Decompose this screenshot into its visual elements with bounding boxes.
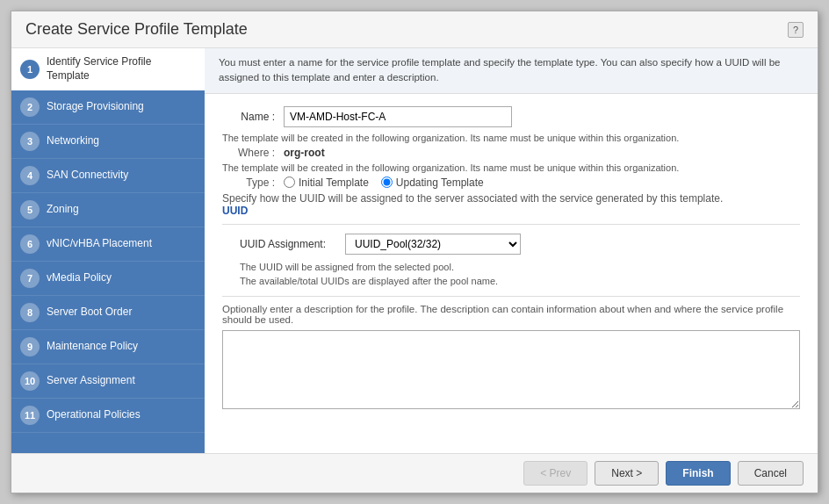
sidebar-label-11: Operational Policies — [47, 408, 141, 422]
step-num-8: 8 — [20, 303, 40, 322]
name-input[interactable] — [284, 106, 512, 127]
uuid-section-text: Specify how the UUID will be assigned to… — [222, 192, 723, 205]
sidebar-label-7: vMedia Policy — [47, 271, 112, 285]
step-num-6: 6 — [20, 234, 40, 254]
uuid-section-title: Specify how the UUID will be assigned to… — [222, 192, 800, 217]
step-num-7: 7 — [20, 269, 40, 288]
sidebar-item-identify[interactable]: 1 Identify Service Profile Template — [11, 48, 205, 90]
sidebar-item-networking[interactable]: 3 Networking — [11, 125, 205, 159]
sidebar-label-10: Server Assignment — [47, 374, 135, 388]
section-divider-2 — [222, 296, 800, 297]
sidebar-item-storage[interactable]: 2 Storage Provisioning — [11, 90, 205, 125]
where-label: Where : — [222, 147, 275, 159]
sidebar-item-vmedia[interactable]: 7 vMedia Policy — [11, 262, 205, 296]
sidebar-label-2: Storage Provisioning — [47, 100, 144, 114]
desc-hint: Optionally enter a description for the p… — [222, 304, 800, 325]
sidebar-label-6: vNIC/vHBA Placement — [47, 237, 152, 251]
sidebar-item-maintenance[interactable]: 9 Maintenance Policy — [11, 330, 205, 364]
sidebar-item-zoning[interactable]: 5 Zoning — [11, 193, 205, 227]
step-num-5: 5 — [20, 200, 40, 220]
where-row: Where : org-root — [222, 147, 800, 159]
sidebar-label-5: Zoning — [47, 203, 79, 217]
dialog-title: Create Service Profile Template — [25, 20, 248, 39]
radio-updating[interactable] — [381, 176, 393, 188]
sidebar-item-boot[interactable]: 8 Server Boot Order — [11, 296, 205, 330]
where-value: org-root — [284, 147, 325, 159]
sidebar-label-9: Maintenance Policy — [47, 340, 138, 354]
uuid-assignment-select[interactable]: UUID_Pool(32/32) — [345, 234, 521, 255]
sidebar-label-1: Identify Service Profile Template — [47, 55, 196, 83]
section-divider — [222, 224, 800, 225]
step-num-10: 10 — [20, 371, 40, 391]
dialog-header: Create Service Profile Template ? — [11, 11, 818, 48]
uuid-hint2: The available/total UUIDs are displayed … — [240, 276, 498, 286]
uuid-hint: The UUID will be assigned from the selec… — [240, 260, 800, 289]
radio-updating-label[interactable]: Updating Template — [381, 176, 484, 189]
next-button[interactable]: Next > — [595, 461, 659, 486]
radio-initial-text: Initial Template — [299, 176, 369, 189]
help-icon[interactable]: ? — [788, 22, 804, 38]
sidebar-label-8: Server Boot Order — [47, 306, 132, 320]
uuid-assignment-label: UUID Assignment: — [240, 238, 336, 250]
uuid-section-strong: UUID — [222, 205, 248, 217]
info-text: You must enter a name for the service pr… — [219, 57, 780, 83]
dialog-body: 1 Identify Service Profile Template 2 St… — [11, 48, 818, 453]
create-service-profile-dialog: Create Service Profile Template ? 1 Iden… — [11, 11, 818, 493]
content-area: Name : The template will be created in t… — [205, 94, 818, 454]
radio-initial[interactable] — [284, 176, 295, 188]
sidebar-label-4: SAN Connectivity — [47, 169, 128, 183]
prev-button[interactable]: < Prev — [523, 461, 588, 486]
sidebar-item-vnic[interactable]: 6 vNIC/vHBA Placement — [11, 227, 205, 262]
radio-updating-text: Updating Template — [396, 176, 484, 189]
step-num-3: 3 — [20, 132, 40, 151]
sidebar-item-san[interactable]: 4 SAN Connectivity — [11, 159, 205, 193]
name-hint: The template will be created in the foll… — [222, 133, 800, 143]
type-hint: The template will be created in the foll… — [222, 162, 800, 173]
sidebar-label-3: Networking — [47, 134, 99, 148]
sidebar: 1 Identify Service Profile Template 2 St… — [11, 48, 205, 453]
name-row: Name : — [222, 106, 800, 127]
step-num-9: 9 — [20, 337, 40, 356]
uuid-assignment-row: UUID Assignment: UUID_Pool(32/32) — [222, 234, 800, 255]
step-num-1: 1 — [20, 60, 40, 79]
type-label: Type : — [222, 176, 275, 189]
finish-button[interactable]: Finish — [666, 461, 730, 486]
sidebar-item-operational[interactable]: 11 Operational Policies — [11, 399, 205, 433]
radio-initial-label[interactable]: Initial Template — [284, 176, 369, 189]
type-row: Type : Initial Template Updating Templat… — [222, 176, 800, 189]
cancel-button[interactable]: Cancel — [738, 461, 804, 486]
sidebar-item-server-assignment[interactable]: 10 Server Assignment — [11, 364, 205, 399]
name-label: Name : — [222, 111, 275, 123]
main-content: You must enter a name for the service pr… — [205, 48, 818, 453]
type-radio-group: Initial Template Updating Template — [284, 176, 484, 189]
step-num-11: 11 — [20, 406, 40, 425]
description-textarea[interactable] — [222, 330, 800, 409]
dialog-footer: < Prev Next > Finish Cancel — [11, 453, 818, 493]
uuid-hint1: The UUID will be assigned from the selec… — [240, 262, 454, 272]
header-icons: ? — [788, 22, 804, 38]
step-num-2: 2 — [20, 97, 40, 117]
info-bar: You must enter a name for the service pr… — [205, 48, 818, 94]
step-num-4: 4 — [20, 166, 40, 185]
